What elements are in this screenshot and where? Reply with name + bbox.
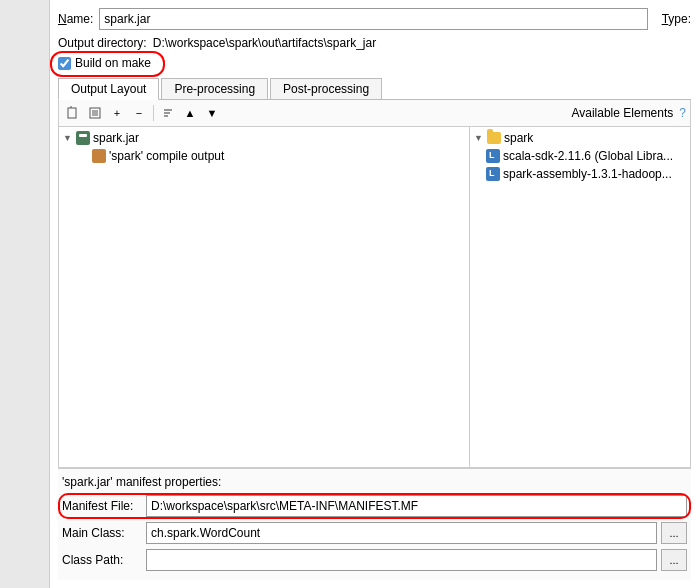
manifest-file-row: Manifest File: [62, 495, 687, 517]
lib-icon-spark-assembly [486, 167, 500, 181]
right-pane: ▼ spark scala-sdk-2.11.6 (Global Libra..… [470, 127, 690, 467]
manifest-section: 'spark.jar' manifest properties: Manifes… [58, 468, 691, 580]
toolbar-sep-1 [153, 105, 154, 121]
expand-arrow-spark-jar: ▼ [63, 133, 73, 143]
two-pane: ▼ spark.jar 'spark' compile output ▼ spa [58, 127, 691, 468]
expand-arrow-spark: ▼ [474, 133, 484, 143]
classpath-label: Class Path: [62, 553, 142, 567]
right-tree-item-scala-sdk[interactable]: scala-sdk-2.11.6 (Global Libra... [470, 147, 690, 165]
name-label: Name: [58, 12, 93, 26]
available-elements-label: Available Elements [571, 106, 673, 120]
output-dir-row: Output directory: D:\workspace\spark\out… [58, 36, 691, 50]
right-tree-item-spark[interactable]: ▼ spark [470, 129, 690, 147]
tab-postprocessing[interactable]: Post-processing [270, 78, 382, 99]
manifest-file-label: Manifest File: [62, 499, 142, 513]
classpath-row: Class Path: ... [62, 549, 687, 571]
tree-item-spark-compile[interactable]: 'spark' compile output [59, 147, 469, 165]
toolbar-up-btn[interactable]: ▲ [180, 103, 200, 123]
toolbar-list-btn[interactable] [85, 103, 105, 123]
main-class-row: Main Class: ... [62, 522, 687, 544]
name-input[interactable] [99, 8, 647, 30]
right-tree-label-spark-assembly: spark-assembly-1.3.1-hadoop... [503, 167, 672, 181]
tree-label-spark-compile: 'spark' compile output [109, 149, 224, 163]
right-tree-item-spark-assembly[interactable]: spark-assembly-1.3.1-hadoop... [470, 165, 690, 183]
right-tree-label-scala-sdk: scala-sdk-2.11.6 (Global Libra... [503, 149, 673, 163]
tabs-bar: Output Layout Pre-processing Post-proces… [58, 78, 691, 100]
module-icon-compile [92, 149, 106, 163]
content-area: Name: Type: Output directory: D:\workspa… [50, 0, 699, 588]
left-pane: ▼ spark.jar 'spark' compile output [59, 127, 470, 467]
help-icon[interactable]: ? [679, 106, 686, 120]
build-on-checkbox[interactable] [58, 57, 71, 70]
toolbar: + − ▲ ▼ Available Elements ? [58, 100, 691, 127]
toolbar-down-btn[interactable]: ▼ [202, 103, 222, 123]
build-on-row: Build on make [58, 56, 691, 70]
tree-label-spark-jar: spark.jar [93, 131, 139, 145]
classpath-input[interactable] [146, 549, 657, 571]
right-tree-label-spark: spark [504, 131, 533, 145]
tab-preprocessing[interactable]: Pre-processing [161, 78, 268, 99]
toolbar-sort-btn[interactable] [158, 103, 178, 123]
classpath-browse-btn[interactable]: ... [661, 549, 687, 571]
main-class-browse-btn[interactable]: ... [661, 522, 687, 544]
output-dir-value: D:\workspace\spark\out\artifacts\spark_j… [153, 36, 376, 50]
manifest-file-input[interactable] [146, 495, 687, 517]
build-on-label: Build on make [75, 56, 151, 70]
type-label: Type: [662, 12, 691, 26]
lib-icon-scala-sdk [486, 149, 500, 163]
name-row: Name: Type: [58, 8, 691, 30]
main-class-label: Main Class: [62, 526, 142, 540]
toolbar-new-btn[interactable] [63, 103, 83, 123]
main-class-input[interactable] [146, 522, 657, 544]
manifest-title: 'spark.jar' manifest properties: [62, 475, 687, 489]
toolbar-remove-btn[interactable]: − [129, 103, 149, 123]
left-strip [0, 0, 50, 588]
toolbar-add-btn[interactable]: + [107, 103, 127, 123]
tree-item-spark-jar[interactable]: ▼ spark.jar [59, 129, 469, 147]
tab-output-layout[interactable]: Output Layout [58, 78, 159, 100]
folder-icon-spark [487, 132, 501, 144]
jar-icon-spark-jar [76, 131, 90, 145]
svg-rect-0 [68, 108, 76, 118]
output-dir-label: Output directory: [58, 36, 147, 50]
